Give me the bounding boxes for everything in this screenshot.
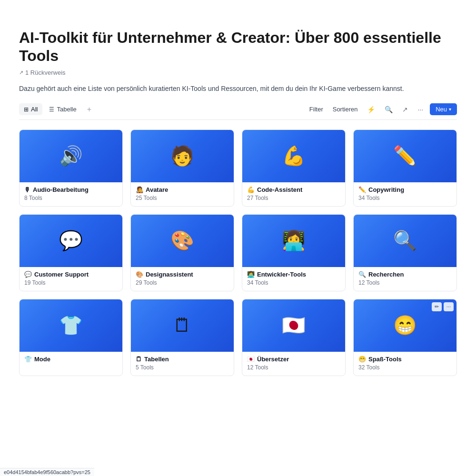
card-title-text: Audio-Bearbeitung xyxy=(33,186,89,193)
card-title-text: Code-Assistent xyxy=(257,186,302,193)
card-title-emoji: 🎙 xyxy=(24,186,30,193)
card-title-text: Tabellen xyxy=(144,356,169,363)
card-body: 🔍 Recherchen 12 Tools xyxy=(354,267,456,291)
card-body: 🎙 Audio-Bearbeitung 8 Tools xyxy=(20,182,122,206)
card-image: ✏️ xyxy=(354,130,456,182)
card-title-text: Customer Support xyxy=(34,271,89,278)
card-image: 💬 xyxy=(20,215,122,267)
page-title: AI-Toolkit für Unternehmer & Creator: Üb… xyxy=(19,29,457,65)
card-emoji: 👩‍💻 xyxy=(282,229,306,252)
card-item[interactable]: 🎨 🎨 Designassistent 29 Tools xyxy=(130,214,234,291)
card-emoji: 🔍 xyxy=(393,229,417,252)
tab-all-label: All xyxy=(31,106,38,113)
add-view-button[interactable]: + xyxy=(83,103,95,116)
card-title-text: Übersetzer xyxy=(257,356,289,363)
card-body: 💪 Code-Assistent 27 Tools xyxy=(242,182,345,206)
card-image: 🗒 xyxy=(131,299,234,352)
card-count: 12 Tools xyxy=(247,364,340,371)
card-title-emoji: 🇯🇵 xyxy=(247,356,255,363)
card-emoji: 💪 xyxy=(282,145,306,167)
card-count: 19 Tools xyxy=(24,279,118,286)
card-more-button[interactable]: ··· xyxy=(444,302,454,311)
card-count: 8 Tools xyxy=(24,195,118,201)
card-item[interactable]: ✏️ ✏️ Copywriting 34 Tools xyxy=(353,129,457,207)
sort-button[interactable]: Sortieren xyxy=(330,104,361,115)
card-item[interactable]: 💪 💪 Code-Assistent 27 Tools xyxy=(242,129,346,207)
lightning-button[interactable]: ⚡ xyxy=(364,104,378,115)
share-button[interactable]: ↗ xyxy=(399,104,411,115)
card-emoji: 🧑 xyxy=(170,145,194,167)
card-title: 🧑‍🎤 Avatare xyxy=(136,186,229,193)
card-title-emoji: 👕 xyxy=(24,356,32,363)
card-title-emoji: 😁 xyxy=(358,356,366,363)
card-title: 🇯🇵 Übersetzer xyxy=(247,356,340,363)
card-emoji: 💬 xyxy=(59,229,83,252)
card-item[interactable]: 👕 👕 Mode xyxy=(19,299,123,376)
card-image: 🧑 xyxy=(131,130,234,182)
tab-table-label: Tabelle xyxy=(57,106,76,113)
card-image: 👕 xyxy=(20,299,122,352)
card-title-emoji: 🗒 xyxy=(136,356,142,363)
card-title: 😁 Spaß-Tools xyxy=(358,356,452,363)
card-item[interactable]: 🔊 🎙 Audio-Bearbeitung 8 Tools xyxy=(19,129,123,207)
card-count: 34 Tools xyxy=(358,195,452,201)
card-body: 💬 Customer Support 19 Tools xyxy=(20,267,122,291)
card-title: 👩‍💻 Entwickler-Tools xyxy=(247,271,340,278)
grid-icon: ⊞ xyxy=(24,106,29,113)
card-title: 🗒 Tabellen xyxy=(136,356,229,363)
card-body: 👩‍💻 Entwickler-Tools 34 Tools xyxy=(242,267,345,291)
card-title-emoji: 👩‍💻 xyxy=(247,271,255,278)
back-link[interactable]: ↗ 1 Rückverweis xyxy=(19,69,457,76)
page-description: Dazu gehört auch eine Liste von persönli… xyxy=(19,84,457,94)
card-emoji: 🎨 xyxy=(170,229,194,252)
card-body: 🗒 Tabellen 5 Tools xyxy=(131,352,234,376)
card-item[interactable]: 🧑 🧑‍🎤 Avatare 25 Tools xyxy=(130,129,234,207)
card-count: 25 Tools xyxy=(136,195,229,201)
card-count: 34 Tools xyxy=(247,279,340,286)
card-image: 🔍 xyxy=(354,215,456,267)
toolbar: ⊞ All ☰ Tabelle + Filter Sortieren ⚡ 🔍 ↗… xyxy=(19,103,457,120)
back-arrow-icon: ↗ xyxy=(19,69,23,76)
card-count: 29 Tools xyxy=(136,279,229,286)
card-emoji: 🔊 xyxy=(59,145,83,167)
card-image: 🇯🇵 xyxy=(242,299,345,352)
card-title-emoji: 💬 xyxy=(24,271,32,278)
card-item[interactable]: 🇯🇵 🇯🇵 Übersetzer 12 Tools xyxy=(242,299,346,376)
card-item[interactable]: 👩‍💻 👩‍💻 Entwickler-Tools 34 Tools xyxy=(242,214,346,291)
card-body: ✏️ Copywriting 34 Tools xyxy=(354,182,456,206)
card-emoji: ✏️ xyxy=(393,145,417,167)
card-body: 😁 Spaß-Tools 32 Tools xyxy=(354,352,456,376)
card-item[interactable]: 😁 ✏ ··· 😁 Spaß-Tools 32 Tools xyxy=(353,299,457,376)
card-title-text: Designassistent xyxy=(146,271,193,278)
filter-button[interactable]: Filter xyxy=(307,104,326,115)
card-title: 👕 Mode xyxy=(24,356,118,363)
card-title-text: Copywriting xyxy=(368,186,404,193)
card-image: 🎨 xyxy=(131,215,234,267)
card-grid: 🔊 🎙 Audio-Bearbeitung 8 Tools 🧑 🧑‍🎤 Avat… xyxy=(19,129,457,376)
card-count: 27 Tools xyxy=(247,195,340,201)
table-icon: ☰ xyxy=(49,106,54,113)
card-body: 🧑‍🎤 Avatare 25 Tools xyxy=(131,182,234,206)
tab-table[interactable]: ☰ Tabelle xyxy=(44,103,81,115)
card-item[interactable]: 🗒 🗒 Tabellen 5 Tools xyxy=(130,299,234,376)
search-button[interactable]: 🔍 xyxy=(382,104,396,115)
tab-all[interactable]: ⊞ All xyxy=(19,103,42,115)
card-title: 🔍 Recherchen xyxy=(358,271,452,278)
new-button[interactable]: Neu ▾ xyxy=(430,103,457,115)
card-image: 🔊 xyxy=(20,130,122,182)
card-title: ✏️ Copywriting xyxy=(358,186,452,193)
card-item[interactable]: 💬 💬 Customer Support 19 Tools xyxy=(19,214,123,291)
card-item[interactable]: 🔍 🔍 Recherchen 12 Tools xyxy=(353,214,457,291)
card-count: 5 Tools xyxy=(136,364,229,371)
card-edit-button[interactable]: ✏ xyxy=(432,302,442,311)
chevron-down-icon: ▾ xyxy=(449,107,451,112)
card-title: 🎨 Designassistent xyxy=(136,271,229,278)
more-options-button[interactable]: ··· xyxy=(415,104,426,115)
card-body: 🎨 Designassistent 29 Tools xyxy=(131,267,234,291)
toolbar-right: Filter Sortieren ⚡ 🔍 ↗ ··· Neu ▾ xyxy=(307,103,457,115)
card-title-text: Spaß-Tools xyxy=(368,356,402,363)
toolbar-left: ⊞ All ☰ Tabelle + xyxy=(19,103,95,116)
card-title-text: Recherchen xyxy=(368,271,404,278)
card-count: 32 Tools xyxy=(358,364,452,371)
card-title: 💪 Code-Assistent xyxy=(247,186,340,193)
